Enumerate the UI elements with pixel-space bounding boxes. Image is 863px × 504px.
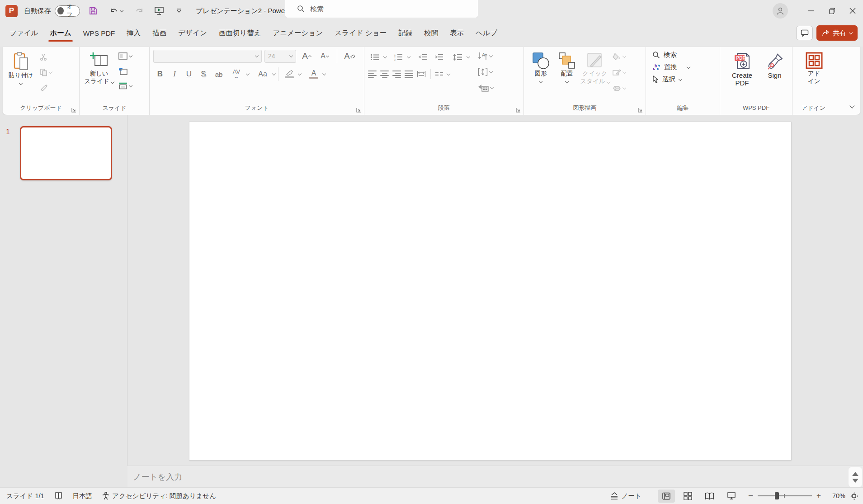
autosave-toggle[interactable]: オフ	[55, 5, 80, 17]
drawing-dialog-launcher[interactable]	[638, 108, 643, 113]
bullets-button[interactable]	[368, 51, 382, 63]
slide-counter[interactable]: スライド 1/1	[6, 492, 44, 500]
zoom-slider-thumb[interactable]	[775, 492, 779, 499]
zoom-level[interactable]: 70%	[825, 492, 845, 499]
collapse-ribbon-button[interactable]	[850, 101, 854, 109]
decrease-indent-button[interactable]	[416, 51, 429, 63]
accessibility-button[interactable]: アクセシビリティ: 問題ありません	[102, 492, 216, 500]
strikethrough-button[interactable]: ab	[211, 68, 226, 80]
autosave-control[interactable]: 自動保存 オフ	[24, 5, 80, 17]
find-button[interactable]: 検索	[652, 51, 717, 59]
convert-smartart-button[interactable]	[478, 82, 489, 94]
save-button[interactable]	[86, 4, 100, 18]
slideshow-icon	[154, 6, 164, 15]
text-direction-button[interactable]: A	[478, 50, 488, 62]
text-direction-chevron-icon	[489, 54, 493, 57]
increase-indent-button[interactable]	[432, 51, 445, 63]
bold-button[interactable]: B	[153, 68, 167, 80]
highlight-color-button[interactable]	[281, 68, 297, 80]
fit-to-window-button[interactable]	[850, 492, 858, 500]
clear-formatting-button[interactable]: A	[342, 50, 357, 62]
change-case-button[interactable]: Aa	[254, 68, 272, 80]
tab-slideshow[interactable]: スライド ショー	[329, 24, 392, 44]
arrange-button[interactable]: 配置	[554, 49, 580, 104]
font-color-button[interactable]: A	[306, 68, 322, 80]
customize-quick-access-button[interactable]	[172, 4, 186, 18]
search-input[interactable]	[309, 5, 458, 13]
spellcheck-button[interactable]	[54, 492, 63, 500]
notes-scrollbar[interactable]	[849, 467, 862, 487]
underline-button[interactable]: U	[182, 68, 196, 80]
paste-button[interactable]: 貼り付け	[6, 49, 35, 104]
share-button[interactable]: 共有	[816, 25, 858, 41]
view-slideshow-button[interactable]	[723, 490, 740, 503]
new-slide-button[interactable]: 新しい スライド	[83, 49, 115, 104]
align-right-button[interactable]	[392, 68, 401, 80]
notes-toggle-button[interactable]: ノート	[610, 492, 641, 500]
close-button[interactable]	[842, 0, 863, 22]
italic-button[interactable]: I	[168, 68, 181, 80]
language-button[interactable]: 日本語	[73, 492, 93, 500]
paragraph-dialog-launcher[interactable]	[516, 108, 521, 113]
tab-animations[interactable]: アニメーション	[267, 24, 329, 44]
slide-thumbnail[interactable]	[20, 126, 112, 180]
tab-help[interactable]: ヘルプ	[470, 24, 503, 44]
tab-home[interactable]: ホーム	[44, 24, 77, 44]
scroll-up-icon[interactable]	[852, 472, 858, 476]
view-reading-button[interactable]	[701, 490, 718, 503]
tab-transitions[interactable]: 画面切り替え	[213, 24, 267, 44]
tab-review[interactable]: 校閲	[418, 24, 444, 44]
clipboard-dialog-launcher[interactable]	[71, 108, 76, 113]
undo-button[interactable]	[106, 4, 126, 18]
section-button[interactable]	[118, 80, 127, 92]
start-slideshow-button[interactable]	[152, 4, 166, 18]
addins-button[interactable]: アド イン	[801, 49, 828, 104]
create-pdf-button[interactable]: PDF Create PDF	[726, 49, 759, 104]
tab-record[interactable]: 記録	[392, 24, 418, 44]
view-normal-button[interactable]	[658, 490, 675, 503]
slide-layout-button[interactable]	[118, 50, 127, 62]
tab-design[interactable]: デザイン	[172, 24, 212, 44]
slide-canvas[interactable]	[189, 122, 791, 460]
reset-slide-button[interactable]	[118, 65, 127, 77]
align-left-button[interactable]	[368, 68, 377, 80]
notes-pane[interactable]: ノートを入力	[127, 466, 863, 487]
thumbnail-panel-divider[interactable]	[127, 115, 127, 466]
select-button[interactable]: 選択	[652, 75, 717, 84]
zoom-out-button[interactable]: −	[748, 491, 753, 501]
tab-wps-pdf[interactable]: WPS PDF	[77, 25, 121, 44]
zoom-slider[interactable]	[758, 491, 812, 500]
tab-insert[interactable]: 挿入	[121, 24, 146, 44]
minimize-button[interactable]	[801, 0, 821, 22]
restore-button[interactable]	[821, 0, 842, 22]
comments-button[interactable]	[796, 26, 813, 40]
character-spacing-button[interactable]: AV ↔	[227, 68, 245, 80]
search-box[interactable]	[285, 0, 478, 18]
line-spacing-button[interactable]	[450, 51, 465, 63]
replace-button[interactable]: b c 置換	[652, 63, 717, 71]
zoom-slider-track[interactable]	[758, 495, 812, 496]
zoom-in-button[interactable]: +	[816, 491, 821, 500]
numbering-button[interactable]: 1 2 3	[391, 51, 405, 63]
align-center-button[interactable]	[380, 68, 389, 80]
sign-button[interactable]: Sign	[762, 49, 788, 104]
shapes-button[interactable]: 図形	[528, 49, 554, 104]
grow-font-button[interactable]: A	[299, 50, 314, 62]
undo-dropdown-chevron-icon[interactable]	[120, 9, 123, 12]
font-dialog-launcher[interactable]	[356, 108, 361, 113]
view-slide-sorter-button[interactable]	[679, 490, 697, 503]
tab-file[interactable]: ファイル	[4, 24, 44, 44]
notes-placeholder[interactable]: ノートを入力	[133, 471, 182, 482]
scroll-down-icon[interactable]	[852, 479, 858, 483]
font-name-combo[interactable]	[153, 50, 262, 63]
shrink-font-button[interactable]: A	[317, 50, 332, 62]
align-text-button[interactable]	[478, 66, 488, 78]
tab-draw[interactable]: 描画	[146, 24, 172, 44]
account-avatar[interactable]	[773, 3, 788, 19]
columns-button[interactable]	[435, 68, 443, 80]
font-size-combo[interactable]: 24	[264, 50, 296, 63]
text-shadow-button[interactable]: S	[197, 68, 210, 80]
tab-view[interactable]: 表示	[444, 24, 470, 44]
justify-button[interactable]	[405, 68, 413, 80]
distribute-button[interactable]	[417, 68, 426, 80]
